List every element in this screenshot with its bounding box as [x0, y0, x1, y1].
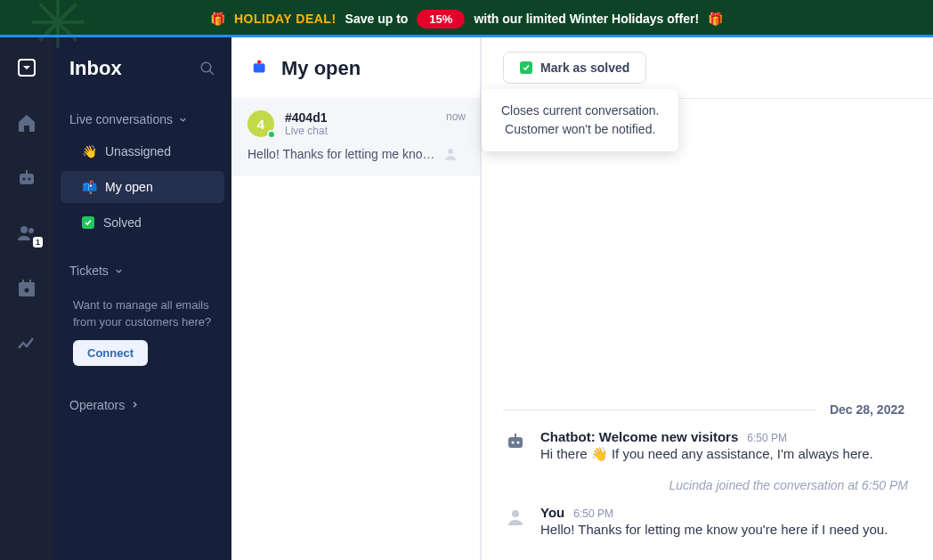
- button-label: Mark as solved: [540, 61, 629, 75]
- discount-badge: 15%: [417, 10, 465, 28]
- svg-point-9: [25, 288, 29, 293]
- gift-icon: 🎁: [210, 12, 225, 26]
- message-text: Hi there 👋 If you need any assistance, I…: [540, 446, 912, 462]
- app-logo-icon[interactable]: [16, 57, 37, 78]
- mailbox-icon: [251, 57, 271, 80]
- visitor-avatar: 4: [247, 110, 274, 137]
- snowflake-icon: [27, 0, 89, 53]
- message-time: 6:50 PM: [747, 432, 787, 444]
- message: You 6:50 PM Hello! Thanks for letting me…: [503, 505, 912, 537]
- tickets-promo-text: Want to manage all emails from your cust…: [53, 285, 231, 340]
- mark-solved-button[interactable]: Mark as solved: [503, 52, 646, 84]
- message-author: Chatbot: Welcome new visitors: [540, 429, 738, 444]
- sidebar-item-solved[interactable]: Solved: [61, 207, 224, 239]
- sidebar-item-myopen[interactable]: 📫 My open: [61, 171, 224, 203]
- check-icon: [520, 61, 532, 74]
- section-label: Live conversations: [69, 112, 173, 126]
- system-message: Lucinda joined the conversation at 6:50 …: [503, 478, 912, 492]
- section-operators[interactable]: Operators: [53, 391, 231, 419]
- date-divider: Dec 28, 2022: [503, 402, 912, 417]
- tooltip: Closes current conversation. Customer wo…: [482, 89, 678, 151]
- bot-icon[interactable]: [16, 167, 37, 189]
- promo-banner[interactable]: 🎁 HOLIDAY DEAL! Save up to 15% with our …: [0, 0, 933, 37]
- sidebar-item-unassigned[interactable]: 👋 Unassigned: [61, 135, 224, 167]
- deal-label: HOLIDAY DEAL!: [234, 12, 337, 26]
- contacts-badge: 1: [33, 237, 43, 248]
- agent-avatar-icon: [442, 146, 458, 162]
- svg-point-4: [20, 226, 28, 233]
- mailbox-icon: 📫: [82, 180, 96, 194]
- wave-emoji: 👋: [591, 446, 608, 461]
- check-icon: [82, 216, 94, 229]
- svg-point-14: [512, 442, 515, 444]
- conversation-item[interactable]: 4 #404d1 Live chat now Hello! Thanks for…: [231, 98, 480, 176]
- bot-avatar-icon: [503, 429, 528, 454]
- conversation-id: #404d1: [285, 110, 435, 125]
- chat-body: Dec 28, 2022 Chatbot: Welcome new visito…: [482, 99, 933, 560]
- svg-rect-7: [22, 280, 24, 284]
- svg-rect-13: [508, 437, 523, 448]
- svg-point-2: [23, 178, 26, 181]
- message-time: 6:50 PM: [573, 507, 613, 520]
- sidebar-item-label: Solved: [103, 215, 142, 230]
- conversation-time: now: [446, 110, 466, 123]
- section-tickets[interactable]: Tickets: [53, 256, 231, 285]
- search-icon[interactable]: [199, 61, 215, 77]
- svg-point-15: [517, 442, 520, 444]
- svg-point-5: [28, 228, 34, 233]
- message-text: Hello! Thanks for letting me know you're…: [540, 522, 912, 537]
- sidebar-item-label: My open: [105, 180, 153, 194]
- section-label: Tickets: [69, 264, 109, 278]
- sidebar-item-label: Unassigned: [105, 144, 171, 158]
- section-label: Operators: [69, 398, 125, 412]
- wave-icon: 👋: [82, 144, 96, 158]
- chevron-down-icon: [114, 266, 124, 276]
- message-author: You: [540, 505, 564, 520]
- home-icon[interactable]: [16, 112, 37, 134]
- svg-point-10: [201, 62, 211, 72]
- date-label: Dec 28, 2022: [830, 402, 912, 417]
- svg-rect-11: [254, 63, 265, 72]
- svg-point-3: [28, 178, 31, 181]
- svg-rect-1: [20, 174, 34, 184]
- gift-icon: 🎁: [708, 12, 723, 26]
- presence-dot: [267, 130, 276, 139]
- calendar-icon[interactable]: [16, 278, 37, 299]
- svg-point-16: [512, 510, 519, 517]
- analytics-icon[interactable]: [16, 333, 37, 354]
- banner-text-post: with our limited Winter Holidays offer!: [474, 12, 699, 26]
- nav-rail: 1: [0, 37, 53, 560]
- chat-pane: Mark as solved Closes current conversati…: [481, 37, 933, 560]
- list-title: My open: [281, 57, 361, 80]
- sidebar-title: Inbox: [69, 57, 122, 80]
- svg-rect-8: [29, 280, 31, 284]
- conversation-preview: Hello! Thanks for letting me kno…: [247, 147, 435, 161]
- conversation-list: My open 4 #404d1 Live chat now Hello! Th…: [231, 37, 481, 560]
- svg-point-12: [448, 149, 453, 154]
- conversation-channel: Live chat: [285, 125, 435, 137]
- message: Chatbot: Welcome new visitors 6:50 PM Hi…: [503, 429, 912, 462]
- connect-button[interactable]: Connect: [73, 340, 148, 366]
- contacts-icon[interactable]: 1: [16, 223, 37, 244]
- banner-text-pre: Save up to: [345, 12, 409, 26]
- sidebar: Inbox Live conversations 👋 Unassigned 📫 …: [53, 37, 231, 560]
- section-live-conversations[interactable]: Live conversations: [53, 105, 231, 134]
- chevron-right-icon: [130, 400, 140, 410]
- user-avatar-icon: [503, 505, 528, 530]
- chevron-down-icon: [178, 115, 188, 125]
